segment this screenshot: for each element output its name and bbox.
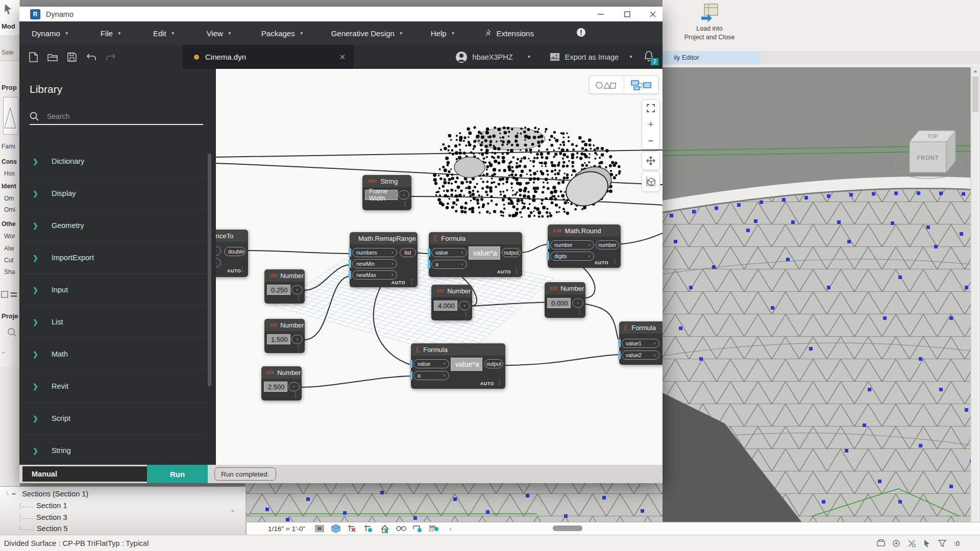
menu-generative-design[interactable]: Generative Design▼ — [324, 21, 410, 45]
viewcube-home-icon[interactable]: ⌂ — [895, 122, 899, 130]
redo-button[interactable] — [101, 49, 120, 65]
node-options-icon[interactable]: ⋮ — [239, 267, 246, 272]
menu-packages[interactable]: Packages▼ — [254, 21, 311, 45]
pan-button[interactable] — [642, 152, 660, 170]
input-port[interactable]: newMax› — [352, 270, 397, 280]
geometry-view-toggle[interactable] — [590, 76, 624, 93]
tab-cinema-dyn[interactable]: Cinema.dyn ✕ — [183, 45, 354, 69]
node-options-icon[interactable]: ⋮ — [576, 309, 582, 314]
input-port[interactable]: value› — [413, 359, 449, 368]
output-port[interactable]: › — [459, 301, 470, 310]
dynamo-titlebar[interactable]: R Dynamo — [19, 7, 663, 21]
node-string[interactable]: ABCString Frame Width › ⋮ — [362, 175, 411, 210]
browser-toolbar-icons[interactable] — [1, 291, 18, 303]
new-file-button[interactable] — [23, 49, 43, 65]
number-value-input[interactable]: 0.000 — [547, 298, 571, 308]
user-account-menu[interactable]: hbaeX3PHZ ▼ — [455, 51, 531, 63]
node-number-0250[interactable]: 123Number 0.250 › ⋮ — [264, 269, 305, 304]
tree-node-section3[interactable]: ┆----- Section 3 — [18, 513, 67, 524]
extensions-menu[interactable]: Extensions — [477, 21, 541, 45]
number-value-input[interactable]: 4.000 — [434, 300, 457, 311]
graph-canvas[interactable]: DistanceTo › › double AUTO ⋮ ABCString F… — [216, 69, 663, 465]
visual-style-icon[interactable] — [331, 524, 341, 533]
input-port[interactable]: numbers› — [352, 248, 397, 257]
node-math-remaprange[interactable]: Math.RemapRange numbers› newMin› newMax›… — [350, 232, 418, 287]
rendering-dialog-icon[interactable] — [380, 524, 390, 533]
input-port[interactable]: newMin› — [352, 259, 397, 268]
window-resize-grip[interactable]: ⋱ — [654, 475, 660, 482]
library-item-dictionary[interactable]: ❯Dictionary — [19, 145, 207, 178]
zoom-fit-button[interactable] — [642, 100, 659, 116]
output-port[interactable]: › — [572, 298, 583, 308]
browser-scroll-chevron[interactable]: ⌄ — [230, 505, 236, 513]
close-button[interactable] — [644, 7, 662, 21]
output-port[interactable]: › — [291, 285, 303, 294]
run-button[interactable]: Run — [147, 465, 208, 483]
library-item-importexport[interactable]: ❯ImportExport — [19, 242, 207, 274]
formula-expression[interactable]: value*a — [469, 246, 500, 260]
maximize-button[interactable] — [619, 7, 636, 21]
library-item-script[interactable]: ❯Script — [19, 403, 207, 435]
selection-filter-icon[interactable] — [938, 539, 947, 547]
node-formula-bottom[interactable]: fx Formula value› a› value*a output AUTO… — [411, 343, 505, 389]
temporary-hide-isolate-icon[interactable] — [396, 524, 406, 533]
crop-view-off-icon[interactable] — [347, 524, 357, 533]
output-port[interactable]: › — [288, 382, 300, 391]
input-port[interactable]: a› — [413, 371, 449, 380]
node-options-icon[interactable]: ⋮ — [292, 392, 299, 397]
node-options-icon[interactable]: ⋮ — [513, 268, 520, 273]
library-item-display[interactable]: ❯Display — [19, 178, 207, 210]
node-options-icon[interactable]: ⋮ — [296, 345, 302, 350]
crop-region-icon[interactable] — [363, 524, 374, 533]
detail-level-icon[interactable] — [314, 524, 325, 533]
view-scale[interactable]: 1/16" = 1'-0" — [268, 525, 305, 533]
number-value-input[interactable]: 0.250 — [267, 285, 290, 295]
export-as-image-button[interactable]: Export as Image ▼ — [550, 53, 633, 61]
input-port[interactable]: number› — [550, 240, 594, 249]
node-math-round[interactable]: x.45Math.Round number› digits› number AU… — [548, 224, 621, 268]
node-options-icon[interactable]: ⋮ — [402, 202, 408, 207]
number-value-input[interactable]: 1.500 — [267, 334, 290, 344]
zoom-in-button[interactable]: + — [642, 116, 659, 133]
reveal-hidden-icon[interactable] — [412, 524, 423, 533]
view-vertical-scrollbar[interactable] — [971, 67, 980, 535]
worksets-icon[interactable] — [877, 539, 885, 547]
browser-search-icon[interactable] — [7, 328, 17, 338]
analytical-model-icon[interactable] — [429, 524, 439, 533]
open-file-button[interactable] — [43, 49, 62, 65]
node-formula-right[interactable]: fx Formula value1› value2› — [619, 321, 663, 365]
tree-node-section5[interactable]: └----- Section 5 — [18, 524, 68, 536]
menu-help[interactable]: Help▼ — [424, 21, 462, 45]
node-number-0000[interactable]: 123Number 0.000 › ⋮ — [545, 282, 585, 318]
node-options-icon[interactable]: ⋮ — [296, 295, 302, 300]
library-item-list[interactable]: ❯List — [19, 306, 207, 338]
node-options-icon[interactable]: ⋮ — [612, 259, 618, 264]
minimize-button[interactable] — [592, 7, 609, 21]
tree-node-section1[interactable]: ┆----- Section 1 — [18, 502, 67, 513]
formula-expression[interactable]: value*a — [451, 358, 482, 371]
orbit-button[interactable] — [642, 171, 660, 192]
menu-file[interactable]: File▼ — [93, 21, 129, 45]
design-options-icon[interactable] — [892, 539, 900, 547]
output-port[interactable]: list — [400, 248, 416, 257]
number-value-input[interactable]: 2.500 — [264, 382, 287, 392]
output-port[interactable]: › — [398, 190, 409, 199]
input-port[interactable]: value2› — [622, 350, 659, 360]
notifications-info-icon[interactable] — [576, 28, 586, 39]
save-button[interactable] — [62, 49, 82, 65]
node-number-4000[interactable]: 123Number 4.000 › ⋮ — [431, 285, 472, 320]
load-into-project-button[interactable]: Load into Project and Close — [674, 1, 745, 51]
input-port[interactable]: value› — [431, 248, 467, 257]
output-port[interactable]: number — [596, 240, 619, 249]
input-port[interactable]: value1› — [622, 339, 659, 348]
node-number-2500[interactable]: 123Number 2.500 › ⋮ — [261, 366, 302, 400]
string-value-input[interactable]: Frame Width — [365, 190, 398, 200]
collapse-bar-icon[interactable]: ‹ — [445, 524, 455, 533]
node-options-icon[interactable]: ⋮ — [409, 279, 415, 284]
notifications-bell[interactable]: 2 — [643, 51, 655, 64]
node-options-icon[interactable]: ⋮ — [497, 380, 503, 385]
undo-button[interactable] — [82, 49, 101, 65]
press-drag-icon[interactable] — [923, 539, 931, 547]
library-item-math[interactable]: ❯Math — [19, 338, 207, 370]
library-item-geometry[interactable]: ❯Geometry — [19, 210, 207, 242]
